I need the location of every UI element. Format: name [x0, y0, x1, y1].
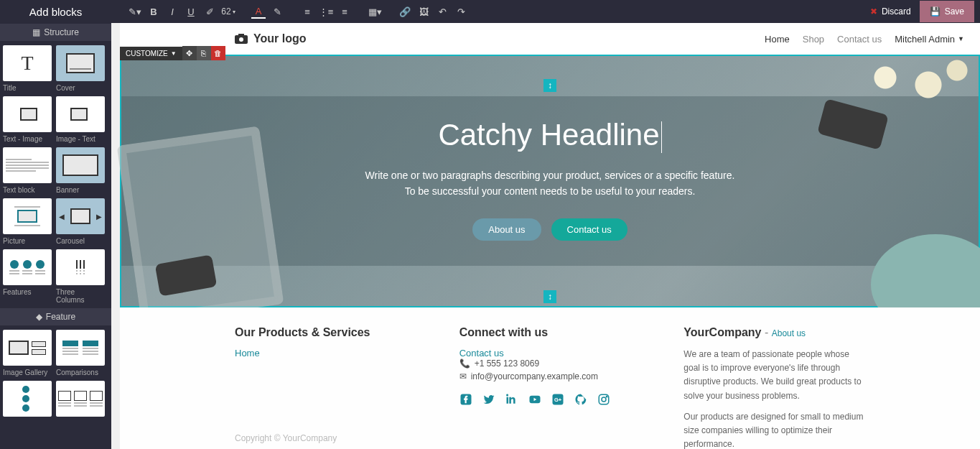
- footer-paragraph: Our products are designed for small to m…: [683, 410, 865, 449]
- svg-point-8: [602, 397, 606, 402]
- footer-email: ✉ info@yourcompany.example.com: [459, 371, 641, 381]
- googleplus-icon[interactable]: G+: [551, 393, 564, 406]
- unordered-list-button[interactable]: ⋮≡: [319, 4, 333, 19]
- move-block-button[interactable]: ✥: [182, 46, 197, 60]
- block-title[interactable]: T Title: [3, 45, 52, 92]
- block-comparisons[interactable]: Comparisons: [56, 330, 105, 376]
- resize-handle-top[interactable]: ↕: [543, 79, 556, 92]
- section-feature: ◆ Feature: [0, 308, 111, 325]
- footer-col-title: YourCompany - About us: [683, 326, 865, 339]
- decor-tablet: [117, 126, 284, 323]
- camera-icon: [235, 34, 248, 44]
- chevron-down-icon: ▼: [958, 35, 964, 42]
- footer-col-title: Our Products & Services: [235, 326, 416, 339]
- block-team-grid[interactable]: [56, 381, 105, 420]
- svg-rect-2: [238, 34, 244, 36]
- footer-paragraph: We are a team of passionate people whose…: [683, 348, 865, 403]
- discard-button[interactable]: ✖ Discard: [862, 1, 920, 22]
- footer-contact-link[interactable]: Contact us: [459, 348, 641, 358]
- save-button[interactable]: 💾 Save: [920, 1, 974, 22]
- block-image-text[interactable]: Image - Text: [56, 96, 105, 143]
- linkedin-icon[interactable]: [505, 393, 518, 406]
- block-carousel[interactable]: ◀▶ Carousel: [56, 198, 105, 245]
- customize-button[interactable]: CUSTOMIZE ▼: [120, 47, 182, 60]
- nav-home[interactable]: Home: [765, 34, 790, 45]
- underline-button[interactable]: U: [184, 4, 198, 19]
- redo-button[interactable]: ↷: [454, 4, 468, 19]
- admin-menu[interactable]: Mitchell Admin ▼: [895, 34, 964, 45]
- block-three-columns[interactable]: Three Columns: [56, 249, 105, 304]
- feature-blocks: Image Gallery Comparisons: [0, 325, 111, 424]
- grid-icon: ▦: [32, 27, 40, 37]
- svg-text:G+: G+: [554, 397, 562, 403]
- cover-subtext[interactable]: Write one or two paragraphs describing y…: [365, 167, 735, 200]
- footer-phone: 📞 +1 555 123 8069: [459, 358, 641, 369]
- cover-block[interactable]: ↕ Catchy Headline Write one or two parag…: [120, 55, 980, 307]
- resize-handle-bottom[interactable]: ↕: [543, 290, 556, 303]
- svg-point-9: [606, 396, 607, 397]
- envelope-icon: ✉: [459, 371, 467, 381]
- italic-button[interactable]: I: [165, 4, 179, 19]
- clone-block-button[interactable]: ⎘: [197, 46, 211, 60]
- cover-headline[interactable]: Catchy Headline: [438, 118, 661, 153]
- block-banner[interactable]: Banner: [56, 147, 105, 194]
- instagram-icon[interactable]: [597, 393, 610, 406]
- style-dropdown[interactable]: ✎▾: [128, 4, 142, 19]
- block-text-image[interactable]: Text - Image: [3, 96, 52, 143]
- save-icon: 💾: [930, 6, 941, 17]
- page-canvas: Your logo Home Shop Contact us Mitchell …: [111, 23, 980, 449]
- chevron-down-icon: ▼: [171, 50, 177, 57]
- facebook-icon[interactable]: [459, 393, 472, 406]
- delete-block-button[interactable]: 🗑: [211, 46, 225, 60]
- footer-connect: Connect with us Contact us 📞 +1 555 123 …: [459, 326, 641, 442]
- image-button[interactable]: 🖼: [416, 4, 431, 19]
- nav-contact[interactable]: Contact us: [837, 34, 882, 45]
- twitter-icon[interactable]: [482, 393, 495, 406]
- table-button[interactable]: ▦▾: [368, 4, 382, 19]
- block-image-gallery[interactable]: Image Gallery: [3, 330, 52, 376]
- close-icon: ✖: [870, 6, 877, 17]
- footer-about-link[interactable]: About us: [772, 328, 806, 338]
- block-cover[interactable]: Cover: [56, 45, 105, 92]
- block-controls: CUSTOMIZE ▼ ✥ ⎘ 🗑: [120, 46, 225, 60]
- link-button[interactable]: 🔗: [398, 4, 412, 19]
- diamond-icon: ◆: [36, 312, 42, 322]
- bold-button[interactable]: B: [146, 4, 161, 19]
- block-team-list[interactable]: [3, 381, 52, 420]
- scrollbar[interactable]: [111, 23, 120, 449]
- footer-about: YourCompany - About us We are a team of …: [683, 326, 865, 442]
- about-us-button[interactable]: About us: [472, 218, 541, 241]
- decor-flowers: [842, 49, 980, 121]
- copyright: Copyright © YourCompany: [235, 433, 337, 443]
- youtube-icon[interactable]: [528, 393, 541, 406]
- font-color-button[interactable]: A: [251, 4, 266, 19]
- font-size-dropdown[interactable]: 62▾: [221, 4, 235, 19]
- undo-button[interactable]: ↶: [435, 4, 449, 19]
- ordered-list-button[interactable]: ≡: [300, 4, 314, 19]
- text-cursor: [661, 121, 662, 153]
- blocks-sidebar: Add blocks ▦ Structure T Title Cover Tex…: [0, 0, 111, 449]
- phone-icon: 📞: [459, 358, 470, 369]
- align-button[interactable]: ≡: [337, 4, 352, 19]
- section-structure: ▦ Structure: [0, 24, 111, 41]
- block-text-block[interactable]: Text block: [3, 147, 52, 194]
- block-features[interactable]: Features: [3, 249, 52, 304]
- editor-toolbar: ✎▾ B I U ✐ 62▾ A ✎ ≡ ⋮≡ ≡ ▦▾ 🔗 🖼 ↶ ↷ ✖ D…: [0, 0, 980, 23]
- footer-col-title: Connect with us: [459, 326, 641, 339]
- highlight-button[interactable]: ✎: [270, 4, 284, 19]
- sidebar-title: Add blocks: [0, 0, 111, 24]
- contact-us-button[interactable]: Contact us: [551, 218, 627, 241]
- site-logo[interactable]: Your logo: [235, 32, 306, 45]
- svg-point-1: [239, 37, 243, 42]
- github-icon[interactable]: [574, 393, 587, 406]
- structure-blocks: T Title Cover Text - Image Image - Text …: [0, 41, 111, 308]
- nav-shop[interactable]: Shop: [803, 34, 824, 45]
- clear-format-button[interactable]: ✐: [202, 4, 217, 19]
- footer-products: Our Products & Services Home: [235, 326, 416, 442]
- block-picture[interactable]: Picture: [3, 198, 52, 245]
- site-footer: Our Products & Services Home Connect wit…: [120, 307, 980, 449]
- footer-home-link[interactable]: Home: [235, 348, 416, 358]
